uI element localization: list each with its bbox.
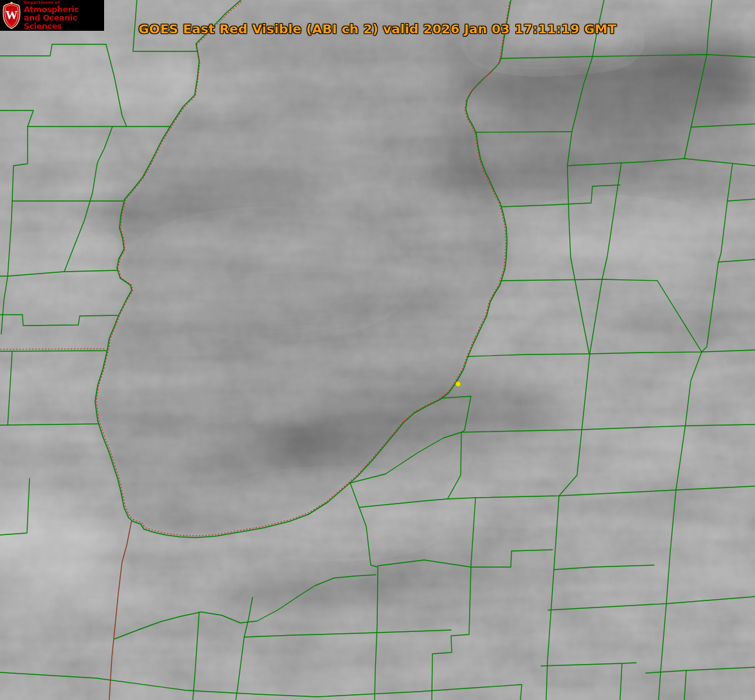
svg-text:W: W [6,8,18,22]
image-title: GOES East Red Visible (ABI ch 2) valid 2… [0,21,755,37]
goes-satellite-page: W Department of Atmospheric and Oceanic … [0,0,755,700]
uw-aos-logo[interactable]: W Department of Atmospheric and Oceanic … [0,0,104,31]
satellite-map-image[interactable] [0,0,755,700]
uw-crest-icon: W [2,1,21,30]
county-line [475,132,572,132]
location-marker [456,381,461,387]
logo-text: Department of Atmospheric and Oceanic Sc… [24,1,104,30]
il-wi-state-border [0,351,107,351]
logo-line-2: and Oceanic Sciences [24,14,104,30]
